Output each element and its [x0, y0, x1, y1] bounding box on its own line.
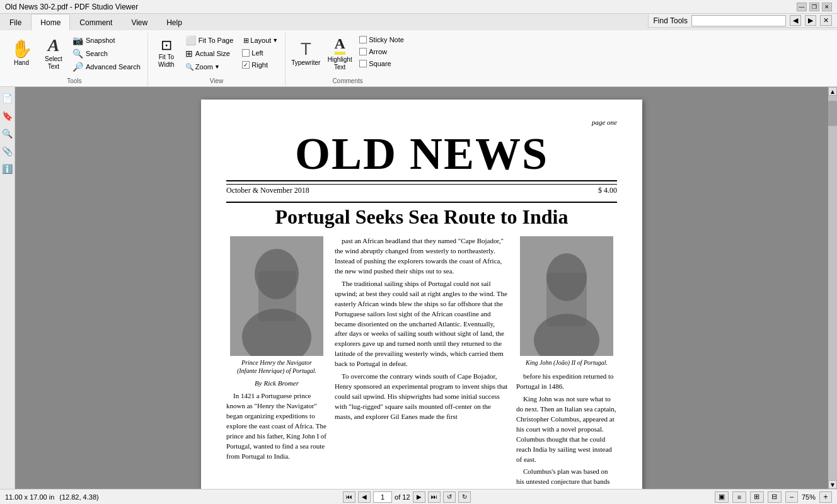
right-scrollbar[interactable]: ▲ ▼	[828, 87, 837, 489]
prev-page-button[interactable]: ◀	[358, 491, 371, 503]
actual-size-button[interactable]: ⊞ Actual Size	[182, 47, 236, 60]
find-prev-button[interactable]: ◀	[790, 15, 801, 26]
advanced-search-label: Advanced Search	[86, 63, 141, 71]
zoom-dropdown[interactable]: 🔍 Zoom ▼	[182, 60, 236, 73]
article-right-col: King John (João) II of Portugal. before …	[516, 236, 617, 489]
left-check[interactable]: Left	[240, 47, 281, 59]
search-button[interactable]: 🔍 Search	[69, 47, 144, 60]
pdf-page: page one OLD NEWS October & November 201…	[201, 100, 642, 489]
tab-file[interactable]: File	[0, 14, 31, 30]
left-img-byline: By Rick Bromer	[226, 379, 327, 389]
total-pages: of 12	[395, 493, 410, 501]
sidebar-icon-page[interactable]: 📄	[1, 92, 14, 105]
highlight-text-label: HighlightText	[328, 56, 352, 71]
layout-arrow-icon: ▼	[272, 37, 278, 43]
advanced-search-icon: 🔎	[72, 62, 83, 72]
find-next-button[interactable]: ▶	[805, 15, 816, 26]
mid-para-1: past an African headland that they named…	[335, 236, 509, 277]
right-para-1: before his expedition returned to Portug…	[516, 372, 617, 392]
fit-to-page-label: Fit To Page	[199, 37, 233, 44]
rotate-ccw-button[interactable]: ↺	[443, 491, 456, 503]
bottom-center: ⏮ ◀ of 12 ▶ ⏭ ↺ ↻	[343, 491, 470, 503]
zoom-in-button[interactable]: +	[819, 491, 832, 503]
tab-help[interactable]: Help	[157, 14, 192, 30]
zoom-label: Zoom	[195, 63, 213, 71]
fit-to-width-button[interactable]: ⊡ Fit ToWidth	[152, 34, 181, 73]
newspaper-date: October & November 2018	[226, 186, 309, 195]
close-button[interactable]: ✕	[822, 3, 832, 11]
mid-para-3: To overcome the contrary winds south of …	[335, 372, 509, 422]
next-page-button[interactable]: ▶	[413, 491, 425, 503]
highlight-underline	[335, 52, 345, 55]
advanced-search-button[interactable]: 🔎 Advanced Search	[69, 60, 144, 73]
two-page-view-button[interactable]: ⊞	[750, 491, 764, 503]
left-img-container: Prince Henry the Navigator(Infante Henri…	[226, 236, 327, 375]
tools-group-label: Tools	[5, 76, 144, 86]
two-page-continuous-button[interactable]: ⊟	[768, 491, 782, 503]
view-layout-col: ⊞ Layout ▼ Left Right	[240, 34, 281, 71]
newspaper-title: OLD NEWS	[226, 131, 617, 176]
zoom-out-button[interactable]: −	[785, 491, 798, 503]
highlight-text-button[interactable]: A HighlightText	[323, 34, 356, 73]
fit-to-page-icon: ⬜	[185, 35, 196, 45]
ribbon-group-tools: ✋ Hand A SelectText 📷 Snapshot 🔍	[1, 33, 148, 86]
find-tools-label: Find Tools	[654, 16, 688, 25]
hand-button[interactable]: ✋ Hand	[5, 34, 38, 73]
fit-to-page-button[interactable]: ⬜ Fit To Page	[182, 34, 236, 47]
right-img-container: King John (João) II of Portugal.	[516, 236, 617, 367]
viewer-area: page one OLD NEWS October & November 201…	[15, 87, 828, 489]
find-close-button[interactable]: ✕	[820, 15, 832, 26]
page-num-top: page one	[226, 118, 617, 126]
select-text-button[interactable]: A SelectText	[39, 34, 68, 73]
tab-comment[interactable]: Comment	[70, 14, 122, 30]
svg-rect-3	[258, 271, 296, 321]
page-coordinates: (12.82, 4.38)	[59, 493, 98, 501]
first-page-button[interactable]: ⏮	[343, 491, 355, 503]
last-page-button[interactable]: ⏭	[428, 491, 441, 503]
scrollbar-down-button[interactable]: ▼	[828, 480, 837, 489]
minimize-button[interactable]: —	[797, 3, 807, 11]
sidebar-icon-info[interactable]: ℹ️	[1, 163, 14, 175]
actual-size-label: Actual Size	[195, 50, 230, 57]
view-small-col: ⬜ Fit To Page ⊞ Actual Size 🔍 Zoom ▼	[182, 34, 236, 73]
left-img-caption: Prince Henry the Navigator(Infante Henri…	[226, 358, 327, 375]
single-page-view-button[interactable]: ▣	[715, 491, 729, 503]
snapshot-icon: 📷	[72, 35, 83, 45]
page-dimensions: 11.00 x 17.00 in	[5, 493, 54, 501]
article-left-col: Prince Henry the Navigator(Infante Henri…	[226, 236, 327, 489]
article-mid-col: past an African headland that they named…	[335, 236, 509, 489]
hand-icon: ✋	[11, 40, 33, 58]
square-check[interactable]: Square	[357, 58, 406, 69]
sidebar-icon-bookmark[interactable]: 🔖	[1, 110, 14, 122]
right-check[interactable]: Right	[240, 59, 281, 71]
continuous-view-button[interactable]: ≡	[732, 491, 746, 503]
left-text-para: In 1421 a Portuguese prince known as "He…	[226, 391, 327, 462]
ribbon-group-view: ⊡ Fit ToWidth ⬜ Fit To Page ⊞ Actual Siz…	[148, 33, 286, 86]
comments-group-label: Comments	[289, 76, 406, 86]
page-number-input[interactable]	[373, 491, 392, 503]
left-label: Left	[251, 49, 263, 57]
sticky-note-check[interactable]: Sticky Note	[357, 34, 406, 45]
scrollbar-up-button[interactable]: ▲	[828, 87, 837, 96]
newspaper-divider-bottom	[226, 202, 617, 203]
sidebar-icon-attachment[interactable]: 📎	[1, 145, 14, 158]
typewriter-label: Typewriter	[291, 59, 320, 67]
arrow-check[interactable]: Arrow	[357, 46, 406, 57]
typewriter-button[interactable]: T Typewriter	[289, 34, 322, 73]
maximize-button[interactable]: ❐	[809, 3, 819, 11]
scrollbar-thumb[interactable]	[828, 101, 837, 126]
select-text-icon: A	[48, 37, 60, 54]
find-tools-input[interactable]	[691, 15, 786, 26]
fit-to-width-label: Fit ToWidth	[158, 54, 175, 69]
highlight-icon: A	[335, 36, 345, 55]
tab-view[interactable]: View	[122, 14, 157, 30]
layout-dropdown[interactable]: ⊞ Layout ▼	[240, 34, 281, 47]
tools-small-col: 📷 Snapshot 🔍 Search 🔎 Advanced Search	[69, 34, 144, 73]
snapshot-button[interactable]: 📷 Snapshot	[69, 34, 144, 47]
tab-home[interactable]: Home	[31, 14, 70, 31]
bottom-right: ▣ ≡ ⊞ ⊟ − 75% +	[715, 491, 832, 503]
rotate-cw-button[interactable]: ↻	[458, 491, 471, 503]
search-icon: 🔍	[72, 49, 83, 59]
article-headline: Portugal Seeks Sea Route to India	[226, 205, 617, 229]
sidebar-icon-search[interactable]: 🔍	[1, 127, 14, 140]
